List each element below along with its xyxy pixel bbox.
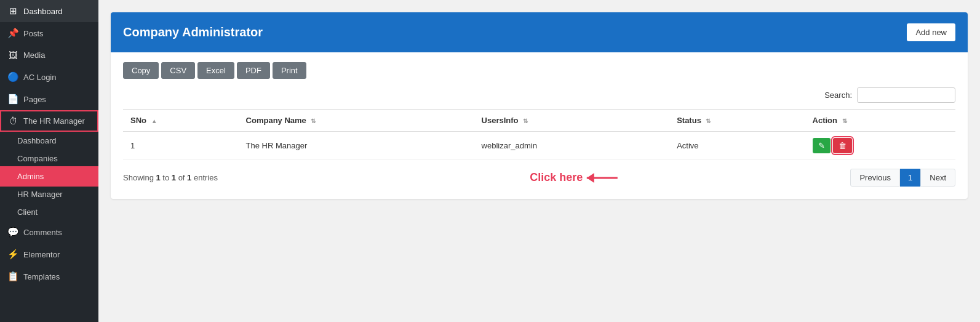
sidebar-item-media[interactable]: 🖼 Media: [0, 44, 98, 66]
sidebar-item-label: Elementor: [23, 250, 60, 259]
col-action: Action ⇅: [805, 110, 955, 132]
sidebar-item-hr-manager[interactable]: ⏱ The HR Manager: [0, 110, 98, 132]
sort-icon-company: ⇅: [311, 118, 316, 124]
excel-button[interactable]: Excel: [197, 62, 234, 79]
sidebar-item-label: Templates: [23, 272, 60, 281]
sidebar-item-ac-login[interactable]: 🔵 AC Login: [0, 66, 98, 88]
card-header: Company Administrator Add new: [111, 12, 968, 52]
ac-login-icon: 🔵: [7, 71, 18, 83]
sort-icon-action: ⇅: [842, 118, 847, 124]
sidebar-item-comments[interactable]: 💬 Comments: [0, 221, 98, 243]
pages-icon: 📄: [7, 94, 18, 105]
delete-button[interactable]: 🗑: [833, 138, 852, 153]
edit-button[interactable]: ✎: [813, 138, 831, 153]
print-button[interactable]: Print: [273, 62, 306, 79]
sidebar-sub-label: Dashboard: [17, 136, 57, 145]
card-body: Copy CSV Excel PDF Print Search: SNo ▲: [111, 52, 968, 199]
sidebar-item-label: Comments: [23, 228, 62, 237]
cell-action: ✎ 🗑: [805, 132, 955, 160]
pdf-button[interactable]: PDF: [237, 62, 270, 79]
cell-status: Active: [669, 132, 805, 160]
export-buttons-group: Copy CSV Excel PDF Print: [123, 62, 955, 79]
sidebar-item-label: Posts: [23, 29, 44, 38]
click-here-text: Click here: [530, 171, 583, 184]
click-here-annotation: Click here: [530, 171, 623, 184]
sidebar-sub-label: Client: [17, 207, 38, 217]
templates-icon: 📋: [7, 271, 18, 282]
previous-button[interactable]: Previous: [850, 169, 900, 187]
table-row: 1 The HR Manager weblizar_admin Active ✎…: [123, 132, 955, 160]
sidebar-sub-item-dashboard[interactable]: Dashboard: [0, 132, 98, 150]
col-sno: SNo ▲: [123, 110, 239, 132]
sidebar-sub-item-client[interactable]: Client: [0, 203, 98, 221]
sidebar-sub-label: HR Manager: [17, 190, 63, 199]
table-footer: Showing 1 to 1 of 1 entries Click here P…: [123, 169, 955, 187]
data-table: SNo ▲ Company Name ⇅ UsersInfo ⇅ Status …: [123, 109, 955, 160]
sidebar-item-elementor[interactable]: ⚡ Elementor: [0, 243, 98, 265]
add-new-button[interactable]: Add new: [907, 23, 955, 41]
sidebar-item-posts[interactable]: 📌 Posts: [0, 22, 98, 44]
csv-button[interactable]: CSV: [161, 62, 195, 79]
sidebar-item-pages[interactable]: 📄 Pages: [0, 88, 98, 110]
sidebar-sub-item-admins[interactable]: Admins: [0, 167, 98, 185]
sidebar-item-label: AC Login: [23, 73, 56, 82]
showing-text: Showing 1 to 1 of 1 entries: [123, 173, 218, 182]
sidebar-item-label: Pages: [23, 95, 46, 104]
sidebar-item-templates[interactable]: 📋 Templates: [0, 265, 98, 288]
hr-manager-icon: ⏱: [7, 116, 18, 126]
sidebar-item-label: Media: [23, 50, 45, 60]
search-row: Search:: [123, 87, 955, 103]
main-content: Company Administrator Add new Copy CSV E…: [98, 0, 980, 322]
page-1-button[interactable]: 1: [900, 169, 920, 187]
sidebar-item-label: Dashboard: [23, 7, 63, 16]
col-company-name: Company Name ⇅: [239, 110, 474, 132]
card-title: Company Administrator: [123, 25, 263, 39]
sort-icon-status: ⇅: [706, 118, 711, 124]
comments-icon: 💬: [7, 227, 18, 238]
search-label: Search:: [824, 91, 852, 100]
cell-sno: 1: [123, 132, 239, 160]
dashboard-icon: ⊞: [7, 6, 18, 17]
sidebar: ⊞ Dashboard 📌 Posts 🖼 Media 🔵 AC Login 📄…: [0, 0, 98, 322]
next-button[interactable]: Next: [920, 169, 955, 187]
elementor-icon: ⚡: [7, 249, 18, 260]
copy-button[interactable]: Copy: [123, 62, 159, 79]
posts-icon: 📌: [7, 28, 18, 39]
sort-icon-users: ⇅: [523, 118, 528, 124]
sidebar-item-label: The HR Manager: [23, 116, 85, 126]
pagination: Previous 1 Next: [850, 169, 955, 187]
sidebar-sub-label: Admins: [17, 172, 44, 181]
company-admin-card: Company Administrator Add new Copy CSV E…: [111, 12, 968, 199]
sidebar-sub-item-hr-manager[interactable]: HR Manager: [0, 185, 98, 203]
media-icon: 🖼: [7, 50, 18, 60]
sidebar-sub-label: Companies: [17, 154, 58, 163]
action-buttons: ✎ 🗑: [813, 138, 948, 153]
arrow-left-icon: [586, 172, 623, 184]
cell-users-info: weblizar_admin: [474, 132, 670, 160]
sidebar-item-dashboard[interactable]: ⊞ Dashboard: [0, 0, 98, 22]
sort-icon-sno: ▲: [151, 118, 157, 124]
cell-company-name: The HR Manager: [239, 132, 474, 160]
search-input[interactable]: [857, 87, 955, 103]
col-status: Status ⇅: [669, 110, 805, 132]
col-users-info: UsersInfo ⇅: [474, 110, 670, 132]
sidebar-sub-item-companies[interactable]: Companies: [0, 150, 98, 167]
